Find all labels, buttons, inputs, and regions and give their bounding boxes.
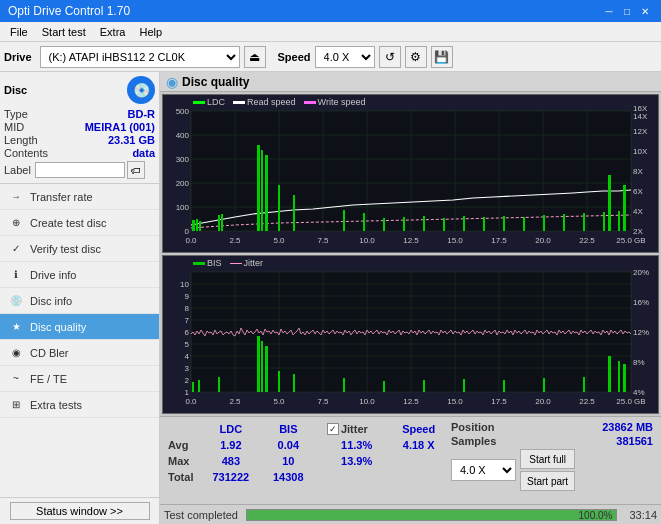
svg-rect-25 bbox=[261, 150, 263, 231]
avg-bis: 0.04 bbox=[262, 437, 315, 453]
svg-rect-26 bbox=[265, 155, 268, 231]
status-btn-row: Status window >> bbox=[0, 497, 159, 524]
svg-rect-31 bbox=[383, 218, 385, 231]
max-label: Max bbox=[164, 453, 200, 469]
total-ldc: 731222 bbox=[200, 469, 262, 485]
svg-rect-108 bbox=[608, 356, 611, 392]
stats-right-panel: Position 23862 MB Samples 381561 4.0 X S… bbox=[447, 419, 657, 493]
disc-quality-header-icon: ◉ bbox=[166, 74, 178, 90]
maximize-button[interactable]: □ bbox=[619, 3, 635, 19]
bis-legend-label: BIS bbox=[207, 258, 222, 268]
disc-label-input[interactable] bbox=[35, 162, 125, 178]
speed-select[interactable]: 4.0 X bbox=[315, 46, 375, 68]
svg-rect-107 bbox=[583, 377, 585, 392]
max-spacer bbox=[315, 453, 323, 469]
chart2-svg: 1 2 3 4 5 6 7 8 9 10 4% 8% 12% 16% 20% bbox=[163, 256, 658, 413]
disc-mid-label: MID bbox=[4, 121, 24, 133]
minimize-button[interactable]: ─ bbox=[601, 3, 617, 19]
time-display: 33:14 bbox=[629, 509, 657, 521]
start-full-button[interactable]: Start full bbox=[520, 449, 575, 469]
total-bis: 14308 bbox=[262, 469, 315, 485]
refresh-button[interactable]: ↺ bbox=[379, 46, 401, 68]
svg-text:2X: 2X bbox=[633, 227, 643, 236]
settings-button[interactable]: ⚙ bbox=[405, 46, 427, 68]
svg-rect-28 bbox=[293, 195, 295, 231]
disc-icon: 💿 bbox=[127, 76, 155, 104]
samples-value: 381561 bbox=[616, 435, 653, 447]
jitter-checkbox[interactable]: ✓ bbox=[327, 423, 339, 435]
left-panel: Disc 💿 Type BD-R MID MEIRA1 (001) Length… bbox=[0, 72, 160, 524]
nav-create-test-disc-label: Create test disc bbox=[30, 217, 106, 229]
position-label: Position bbox=[451, 421, 494, 433]
svg-rect-95 bbox=[218, 377, 220, 392]
svg-text:5: 5 bbox=[185, 340, 190, 349]
ldc-legend-color bbox=[193, 101, 205, 104]
nav-cd-bler-label: CD Bler bbox=[30, 347, 69, 359]
jitter-legend: Jitter bbox=[230, 258, 264, 268]
total-jitter bbox=[323, 469, 390, 485]
svg-rect-45 bbox=[623, 185, 626, 231]
nav-verify-test-disc-label: Verify test disc bbox=[30, 243, 101, 255]
nav-disc-quality[interactable]: ★ Disc quality bbox=[0, 314, 159, 340]
nav-drive-info[interactable]: ℹ Drive info bbox=[0, 262, 159, 288]
nav-fe-te-label: FE / TE bbox=[30, 373, 67, 385]
svg-text:1: 1 bbox=[185, 388, 190, 397]
samples-row: Samples 381561 bbox=[451, 435, 653, 447]
disc-label-key: Label bbox=[4, 164, 31, 176]
progress-bar: 100.0% bbox=[246, 509, 617, 521]
nav-verify-test-disc[interactable]: ✓ Verify test disc bbox=[0, 236, 159, 262]
svg-rect-97 bbox=[261, 341, 263, 392]
svg-rect-37 bbox=[503, 216, 505, 231]
svg-text:10.0: 10.0 bbox=[359, 236, 375, 245]
eject-button[interactable]: ⏏ bbox=[244, 46, 266, 68]
stats-area: LDC BIS ✓ Jitter Speed bbox=[160, 416, 661, 504]
total-samples bbox=[390, 469, 447, 485]
svg-rect-94 bbox=[198, 380, 200, 392]
svg-rect-104 bbox=[463, 379, 465, 392]
nav-drive-info-label: Drive info bbox=[30, 269, 76, 281]
disc-type-label: Type bbox=[4, 108, 28, 120]
nav-extra-tests[interactable]: ⊞ Extra tests bbox=[0, 392, 159, 418]
bis-col-header: BIS bbox=[262, 421, 315, 437]
svg-text:7.5: 7.5 bbox=[317, 397, 329, 406]
nav-disc-info[interactable]: 💿 Disc info bbox=[0, 288, 159, 314]
svg-text:16X: 16X bbox=[633, 104, 648, 113]
position-value: 23862 MB bbox=[602, 421, 653, 433]
close-button[interactable]: ✕ bbox=[637, 3, 653, 19]
nav-transfer-rate[interactable]: → Transfer rate bbox=[0, 184, 159, 210]
svg-text:12.5: 12.5 bbox=[403, 397, 419, 406]
svg-rect-38 bbox=[523, 217, 525, 231]
svg-text:15.0: 15.0 bbox=[447, 236, 463, 245]
svg-rect-99 bbox=[278, 371, 280, 392]
nav-fe-te[interactable]: ~ FE / TE bbox=[0, 366, 159, 392]
svg-text:7: 7 bbox=[185, 316, 190, 325]
svg-text:25.0 GB: 25.0 GB bbox=[616, 397, 645, 406]
drive-label: Drive bbox=[4, 51, 32, 63]
menu-start-test[interactable]: Start test bbox=[36, 25, 92, 39]
disc-label-button[interactable]: 🏷 bbox=[127, 161, 145, 179]
svg-rect-105 bbox=[503, 380, 505, 392]
avg-label: Avg bbox=[164, 437, 200, 453]
svg-text:400: 400 bbox=[176, 131, 190, 140]
svg-text:20%: 20% bbox=[633, 268, 649, 277]
disc-label-row: Label 🏷 bbox=[4, 161, 155, 179]
menu-extra[interactable]: Extra bbox=[94, 25, 132, 39]
status-window-button[interactable]: Status window >> bbox=[10, 502, 150, 520]
svg-rect-36 bbox=[483, 217, 485, 231]
nav-cd-bler[interactable]: ◉ CD Bler bbox=[0, 340, 159, 366]
svg-text:10: 10 bbox=[180, 280, 189, 289]
svg-rect-42 bbox=[603, 212, 605, 231]
max-jitter: 13.9% bbox=[323, 453, 390, 469]
svg-rect-29 bbox=[343, 210, 345, 231]
menu-help[interactable]: Help bbox=[133, 25, 168, 39]
svg-text:500: 500 bbox=[176, 107, 190, 116]
menu-file[interactable]: File bbox=[4, 25, 34, 39]
nav-section: → Transfer rate ⊕ Create test disc ✓ Ver… bbox=[0, 184, 159, 497]
samples-label: Samples bbox=[451, 435, 496, 447]
result-speed-select[interactable]: 4.0 X bbox=[451, 459, 516, 481]
drive-select[interactable]: (K:) ATAPI iHBS112 2 CL0K bbox=[40, 46, 240, 68]
save-button[interactable]: 💾 bbox=[431, 46, 453, 68]
nav-create-test-disc[interactable]: ⊕ Create test disc bbox=[0, 210, 159, 236]
svg-rect-21 bbox=[199, 221, 201, 231]
start-part-button[interactable]: Start part bbox=[520, 471, 575, 491]
